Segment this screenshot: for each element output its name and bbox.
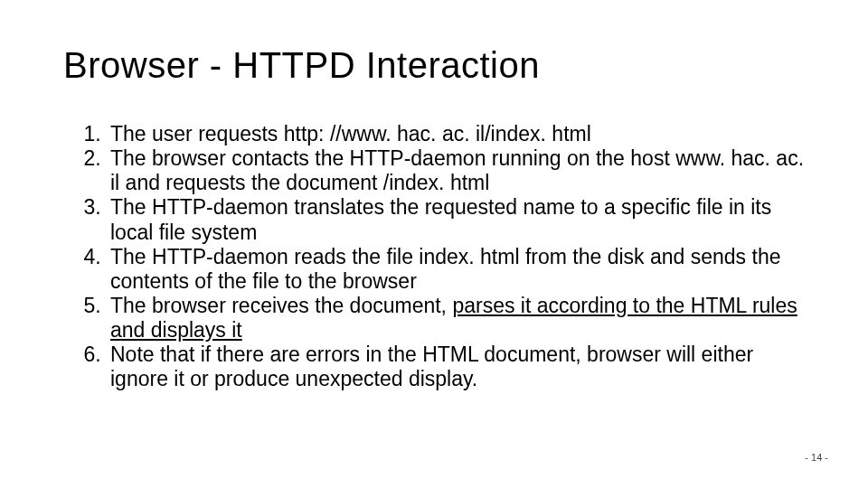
list-item: The browser contacts the HTTP-daemon run…	[107, 146, 805, 195]
step-list: The user requests http: //www. hac. ac. …	[63, 122, 805, 391]
list-item: The user requests http: //www. hac. ac. …	[107, 122, 805, 146]
page-number: - 14 -	[805, 452, 828, 463]
list-item: Note that if there are errors in the HTM…	[107, 343, 805, 391]
list-item: The browser receives the document, parse…	[107, 294, 805, 343]
slide-title: Browser - HTTPD Interaction	[63, 45, 805, 86]
step5-prefix: The browser receives the document,	[110, 294, 452, 317]
list-item: The HTTP-daemon translates the requested…	[107, 195, 805, 244]
slide: Browser - HTTPD Interaction The user req…	[0, 0, 868, 488]
list-item: The HTTP-daemon reads the file index. ht…	[107, 245, 805, 294]
